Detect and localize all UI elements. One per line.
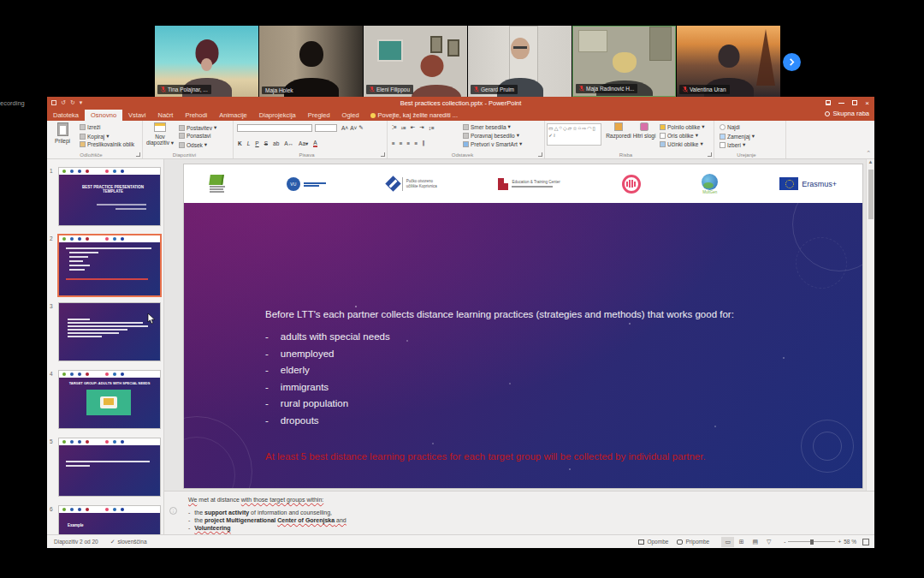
shape-outline-button[interactable]: Oris oblike ▾	[660, 132, 698, 139]
zoom-out-button[interactable]: -	[784, 539, 785, 545]
text-direction-button[interactable]: Smer besedila ▾	[463, 123, 511, 130]
current-slide[interactable]: VU Pučko otvoreno učilište Koprivnica	[184, 164, 862, 488]
select-button[interactable]: Izberi ▾	[720, 141, 745, 148]
vertical-scrollbar[interactable]: ▲	[866, 159, 874, 491]
format-painter-button[interactable]: Preslikovalnik oblik	[80, 141, 134, 147]
section-button[interactable]: Odsek ▾	[179, 141, 207, 148]
slide-thumbnail-pane[interactable]: 1 BEST PRACTICE PRESENTATION TEMPLATE 2	[47, 159, 164, 534]
align-right-icon[interactable]: ≡	[407, 140, 411, 146]
bullets-icon[interactable]: ⁚≡	[392, 124, 397, 131]
thumbnail-slide-2-selected[interactable]: 2	[59, 235, 160, 295]
zoom-slider[interactable]	[788, 541, 835, 542]
layout-button[interactable]: Postavitev ▾	[179, 124, 216, 131]
align-left-icon[interactable]: ≡	[392, 140, 395, 146]
tab-datoteka[interactable]: Datoteka	[47, 110, 85, 121]
participant-tile[interactable]: Eleni Filippou	[364, 26, 467, 97]
scroll-up-icon[interactable]: ▲	[868, 159, 874, 164]
quick-styles-button[interactable]: Hitri slogi	[632, 122, 656, 139]
numbering-icon[interactable]: ¹≡	[401, 125, 406, 131]
fit-to-window-icon[interactable]	[862, 539, 869, 545]
bold-button[interactable]: K	[238, 140, 242, 146]
change-case-icon[interactable]: Aa▾	[299, 140, 308, 147]
multgen-logo: MultGen	[702, 174, 718, 194]
tab-osnovno[interactable]: Osnovno	[85, 110, 122, 121]
shape-effects-button[interactable]: Učinki oblike ▾	[660, 140, 703, 147]
cut-button[interactable]: Izreži	[80, 124, 101, 130]
tab-nacrt[interactable]: Načrt	[152, 110, 180, 121]
participant-tile[interactable]: Maja Holek	[259, 26, 363, 97]
increase-font-icon[interactable]: A˄	[341, 125, 348, 131]
share-button[interactable]: Skupna raba	[825, 110, 869, 117]
notes-item: - the support activity of information an…	[188, 509, 874, 516]
notes-pane[interactable]: ⁝ We met at distance with those target g…	[164, 491, 874, 534]
participant-silhouette	[195, 39, 218, 66]
align-text-button[interactable]: Poravnaj besedilo ▾	[463, 132, 519, 139]
notes-resize-handle[interactable]: ⁝	[169, 507, 177, 515]
thumbnail-slide-4[interactable]: 4 TARGET GROUP: ADULTS WITH SPECIAL NEED…	[59, 371, 160, 428]
muted-mic-icon	[474, 86, 479, 93]
participant-tile[interactable]: Gerard Pruim	[468, 26, 572, 97]
slide-heading: Before LTT's each partner collects dista…	[265, 309, 832, 319]
smartart-button[interactable]: Pretvori v SmartArt ▾	[463, 140, 522, 147]
slide-sorter-view-button[interactable]: ⊞	[735, 537, 748, 547]
participant-tile[interactable]: Tina Polajnar, ...	[155, 26, 258, 97]
replace-button[interactable]: Zamenjaj ▾	[720, 133, 755, 140]
thumbnail-slide-6[interactable]: 6 Example	[59, 506, 160, 534]
reading-view-button[interactable]: ▤	[749, 537, 761, 547]
font-name-combobox[interactable]	[237, 124, 312, 132]
next-participants-button[interactable]	[783, 53, 801, 71]
participant-tile[interactable]: Valentina Uran	[677, 26, 780, 97]
align-center-icon[interactable]: ≡	[400, 140, 403, 146]
thumbnail-slide-5[interactable]: 5	[59, 438, 160, 496]
font-color-icon[interactable]: A	[313, 140, 317, 147]
spellcheck-indicator[interactable]: ✓ slovenščina	[110, 539, 147, 545]
new-slide-button[interactable]: Nov diapozitiv ▾	[145, 122, 175, 146]
shape-fill-button[interactable]: Polnilo oblike ▾	[660, 123, 705, 130]
decrease-indent-icon[interactable]: ⇤	[411, 124, 415, 131]
justify-icon[interactable]: ≡	[414, 140, 418, 146]
zoom-slider-handle[interactable]	[810, 539, 814, 545]
strikethrough-button[interactable]: S	[264, 140, 268, 146]
find-button[interactable]: Najdi	[720, 124, 740, 130]
globe-icon	[702, 174, 718, 190]
character-spacing-icon[interactable]: A↔	[284, 140, 293, 146]
font-size-combobox[interactable]	[315, 124, 337, 132]
underline-button[interactable]: P	[255, 140, 258, 146]
dialog-launcher-icon[interactable]	[381, 152, 385, 157]
arrange-button[interactable]: Razporedi	[605, 122, 632, 139]
tell-me-box[interactable]: Povejte, kaj želite narediti ...	[365, 110, 463, 121]
columns-icon[interactable]: ∥	[422, 140, 424, 146]
tab-pregled[interactable]: Pregled	[302, 110, 336, 121]
zoom-in-button[interactable]: +	[838, 539, 841, 545]
dialog-launcher-icon[interactable]	[538, 152, 542, 157]
decrease-font-icon[interactable]: A˅	[350, 125, 357, 131]
participant-tile[interactable]: Maja Radinović H...	[572, 26, 676, 97]
slide-counter: Diapozitiv 2 od 20	[54, 539, 98, 545]
normal-view-button[interactable]: ▭	[721, 537, 734, 547]
tab-diaprojekcija[interactable]: Diaprojekcija	[253, 110, 302, 121]
clear-formatting-icon[interactable]: ✎	[358, 124, 363, 131]
tab-animacije[interactable]: Animacije	[213, 110, 253, 121]
line-spacing-icon[interactable]: ↕≡	[429, 125, 435, 131]
muted-mic-icon	[683, 86, 688, 93]
increase-indent-icon[interactable]: ⇥	[419, 124, 424, 131]
dialog-launcher-icon[interactable]	[136, 152, 140, 157]
text-shadow-button[interactable]: ab	[273, 140, 279, 146]
scrollbar-thumb[interactable]	[868, 170, 874, 219]
dialog-launcher-icon[interactable]	[708, 152, 712, 157]
italic-button[interactable]: L	[247, 140, 251, 146]
zoom-level[interactable]: 58 %	[844, 539, 856, 545]
tab-ogled[interactable]: Ogled	[336, 110, 365, 121]
notes-toggle[interactable]: Opombe	[638, 539, 668, 545]
thumbnail-slide-3[interactable]: 3	[59, 303, 160, 361]
shapes-gallery[interactable]: ▭△○◇▱☆⌂⇨◠▯✓≀	[547, 123, 601, 146]
tab-vstavi[interactable]: Vstavi	[122, 110, 151, 121]
slideshow-view-button[interactable]: ▽	[762, 537, 775, 547]
paste-button[interactable]: Prilepi	[50, 122, 75, 144]
comments-toggle[interactable]: Pripombe	[677, 539, 709, 545]
tab-prehodi[interactable]: Prehodi	[179, 110, 213, 121]
thumbnail-slide-1[interactable]: 1 BEST PRACTICE PRESENTATION TEMPLATE	[59, 168, 160, 225]
copy-button[interactable]: Kopiraj ▾	[80, 133, 110, 140]
reset-button[interactable]: Ponastavi	[179, 133, 211, 139]
collapse-ribbon-icon[interactable]: ⌃	[866, 150, 871, 157]
